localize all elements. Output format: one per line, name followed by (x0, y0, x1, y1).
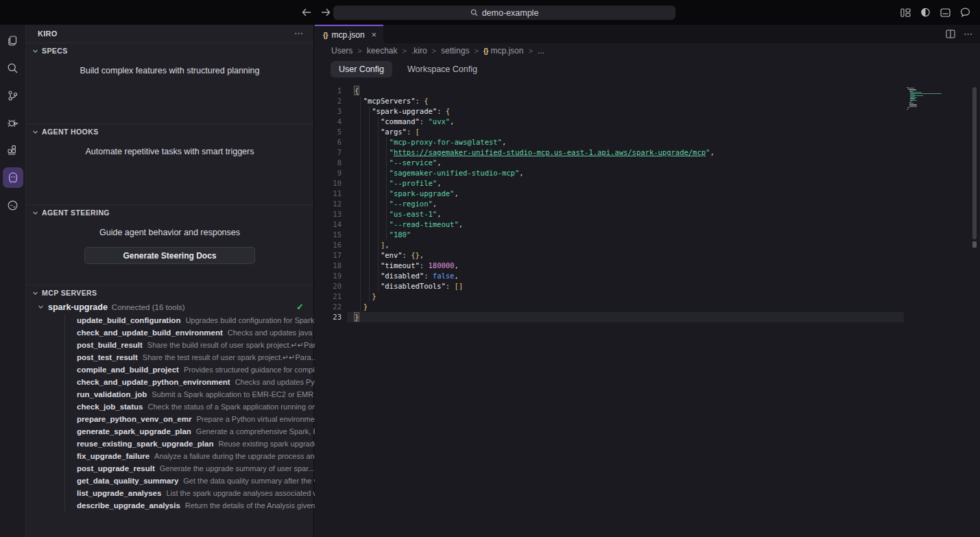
code-line[interactable]: 5 "args": [ (315, 127, 980, 137)
code-line[interactable]: 15 "180" (315, 230, 980, 240)
tool-description: Return the details of the Analysis given… (185, 501, 324, 510)
config-tabs: User ConfigWorkspace Config (331, 60, 486, 78)
line-number: 9 (315, 168, 342, 178)
mcp-server-row[interactable]: spark-upgrade Connected (16 tools) ✓ (26, 300, 313, 314)
code-line[interactable]: 20 "disabledTools": [] (315, 281, 980, 291)
config-tab-user-config[interactable]: User Config (331, 61, 392, 77)
tool-name: check_job_status (77, 403, 143, 411)
search-icon (470, 9, 478, 16)
explorer-icon[interactable] (3, 30, 23, 51)
agent-steering-section-header[interactable]: AGENT STEERING (26, 205, 313, 219)
mcp-servers-section: MCP SERVERS spark-upgrade Connected (16 … (26, 285, 313, 537)
code-line[interactable]: 2 "mcpServers": { (315, 96, 980, 106)
tool-item[interactable]: post_build_resultShare the build result … (77, 339, 324, 351)
agent-hooks-section-header[interactable]: AGENT HOOKS (26, 124, 313, 139)
code-line[interactable]: 1{ (315, 86, 980, 96)
mcp-servers-section-header[interactable]: MCP SERVERS (26, 285, 313, 300)
tool-item[interactable]: run_validation_jobSubmit a Spark applica… (77, 388, 324, 401)
line-number: 2 (315, 96, 342, 106)
tool-item[interactable]: check_and_update_build_environmentChecks… (77, 326, 324, 339)
breadcrumb-separator: > (528, 47, 532, 55)
breadcrumb-item[interactable]: ... (538, 46, 545, 56)
tool-item[interactable]: update_build_configurationUpgrades build… (77, 314, 324, 326)
tool-item[interactable]: check_and_update_python_environmentCheck… (77, 376, 324, 388)
breadcrumb-item[interactable]: Users (331, 46, 352, 56)
code-line[interactable]: 19 "disabled": false, (315, 271, 980, 281)
forward-arrow-icon[interactable] (320, 6, 332, 19)
activity-bar (0, 25, 26, 537)
tool-description: Provides structured guidance for compili… (184, 366, 324, 374)
more-actions-icon[interactable]: ⋯ (294, 30, 304, 37)
tool-item[interactable]: check_job_statusCheck the status of a Sp… (77, 401, 324, 413)
close-icon[interactable]: × (369, 29, 377, 40)
back-arrow-icon[interactable] (300, 6, 313, 19)
code-line[interactable]: 8 "--service", (315, 158, 980, 168)
code-line[interactable]: 7 "https://sagemaker-unified-studio-mcp.… (315, 147, 980, 158)
code-line[interactable]: 16 ], (315, 240, 980, 250)
command-center-search[interactable]: demo-example (333, 5, 676, 20)
minimap-line (907, 109, 908, 110)
toggle-panel-icon[interactable] (938, 5, 952, 19)
tool-description: Share the test result of user spark proj… (143, 353, 318, 362)
line-number: 14 (315, 219, 342, 230)
minimap-line (909, 105, 917, 106)
code-line[interactable]: 3 "spark-upgrade": { (315, 106, 980, 117)
tool-description: List the spark upgrade analyses associat… (166, 489, 324, 497)
code-line[interactable]: 12 "--region", (315, 199, 980, 209)
code-line[interactable]: 9 "sagemaker-unified-studio-mcp", (315, 168, 980, 178)
config-tab-workspace-config[interactable]: Workspace Config (399, 61, 486, 77)
editor-more-actions-icon[interactable]: ⋯ (964, 31, 973, 38)
source-control-icon[interactable] (3, 85, 23, 106)
tool-item[interactable]: list_upgrade_analysesList the spark upgr… (77, 487, 324, 499)
debug-icon[interactable] (3, 112, 23, 133)
tool-name: update_build_configuration (77, 316, 180, 324)
tool-name: post_build_result (77, 341, 143, 349)
search-icon[interactable] (3, 58, 23, 78)
tool-item[interactable]: generate_spark_upgrade_planGenerate a co… (77, 425, 324, 438)
tool-item[interactable]: prepare_python_venv_on_emrPrepare a Pyth… (77, 413, 324, 425)
line-number: 1 (315, 86, 342, 96)
code-line[interactable]: 22 } (315, 302, 980, 312)
mcp-servers-section-label: MCP SERVERS (42, 289, 97, 297)
code-line[interactable]: 18 "timeout": 180000, (315, 261, 980, 271)
tool-item[interactable]: compile_and_build_projectProvides struct… (77, 363, 324, 376)
tool-description: Submit a Spark application to EMR-EC2 or… (152, 390, 324, 398)
tool-item[interactable]: get_data_quality_summaryGet the data qua… (77, 475, 324, 487)
code-line[interactable]: 17 "env": {}, (315, 250, 980, 261)
tool-item[interactable]: fix_upgrade_failureAnalyze a failure dur… (77, 450, 324, 462)
code-line[interactable]: 11 "spark-upgrade", (315, 189, 980, 199)
split-editor-icon[interactable] (946, 29, 955, 38)
code-line[interactable]: 21 } (315, 291, 980, 302)
code-line[interactable]: 23} (315, 312, 980, 322)
tool-item[interactable]: post_test_resultShare the test result of… (77, 351, 324, 363)
specs-section-header[interactable]: SPECS (26, 43, 313, 58)
breadcrumb-item[interactable]: settings (441, 46, 469, 56)
kiro-agent-icon[interactable] (3, 167, 23, 188)
tool-item[interactable]: reuse_existing_spark_upgrade_planReuse e… (77, 438, 324, 450)
breadcrumb-item[interactable]: {}mcp.json (483, 46, 524, 56)
tool-item[interactable]: post_upgrade_resultGenerate the upgrade … (77, 462, 324, 475)
line-number: 21 (315, 291, 342, 302)
editor-scrollbar[interactable] (972, 87, 977, 239)
json-braces-icon: {} (323, 31, 328, 39)
code-line[interactable]: 13 "us-east-1", (315, 209, 980, 219)
extensions-icon[interactable] (3, 140, 23, 160)
code-editor[interactable]: 1{2 "mcpServers": {3 "spark-upgrade": {4… (315, 86, 980, 322)
code-line[interactable]: 4 "command": "uvx", (315, 117, 980, 127)
tab-mcp-json[interactable]: {} mcp.json × (315, 25, 383, 43)
code-line[interactable]: 14 "--read-timeout", (315, 219, 980, 230)
kiro-feedback-icon[interactable] (3, 195, 23, 215)
breadcrumb-item[interactable]: .kiro (411, 46, 427, 56)
tool-name: post_test_result (77, 353, 138, 361)
chat-icon[interactable] (958, 5, 972, 19)
title-bar: demo-example (0, 0, 980, 25)
generate-steering-docs-button[interactable]: Generate Steering Docs (84, 247, 255, 264)
code-line[interactable]: 10 "--profile", (315, 178, 980, 189)
breadcrumb-item[interactable]: keechak (367, 46, 398, 56)
breadcrumb-separator: > (402, 47, 406, 55)
layout-grid-icon[interactable] (898, 5, 912, 19)
tool-item[interactable]: describe_upgrade_analysisReturn the deta… (77, 499, 324, 512)
minimap[interactable] (907, 87, 968, 117)
toggle-sidebar-icon[interactable] (918, 5, 932, 19)
code-line[interactable]: 6 "mcp-proxy-for-aws@latest", (315, 137, 980, 147)
